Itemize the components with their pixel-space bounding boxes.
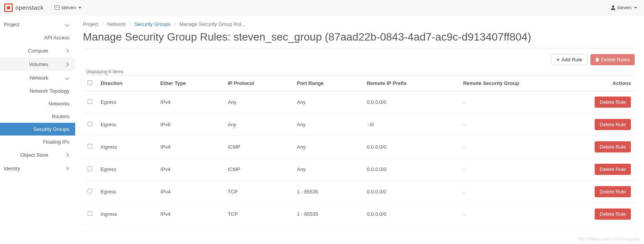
sidebar-item-api-access[interactable]: API Access	[0, 31, 75, 44]
sidebar-item-network-topology[interactable]: Network Topology	[0, 85, 75, 97]
cell-direction: Egress	[97, 91, 157, 114]
col-port-range[interactable]: Port Range	[293, 76, 363, 91]
sidebar-item-label: Routers	[52, 114, 69, 119]
page-title: Manage Security Group Rules: steven_sec_…	[83, 30, 635, 49]
cell-ip-protocol: ICMP	[224, 136, 293, 158]
item-count: Displaying 6 items	[86, 69, 635, 75]
cell-remote-ip: 0.0.0.0/0	[363, 158, 459, 181]
tenant-dropdown[interactable]: steven	[51, 3, 84, 12]
cell-ether-type: IPv4	[157, 203, 224, 225]
cell-remote-sg: -	[459, 181, 588, 203]
breadcrumb-item[interactable]: Project	[83, 21, 98, 27]
add-rule-button[interactable]: + Add Rule	[551, 54, 587, 65]
cell-remote-sg: -	[459, 136, 588, 158]
table-row: EgressIPv4TCP1 - 655350.0.0.0/0-Delete R…	[83, 181, 635, 203]
cell-direction: Ingress	[97, 136, 157, 158]
cell-remote-sg: -	[459, 158, 588, 181]
select-all-checkbox[interactable]	[88, 80, 92, 85]
breadcrumb-sep: /	[130, 21, 131, 27]
delete-rule-button[interactable]: Delete Rule	[595, 208, 631, 220]
row-checkbox[interactable]	[88, 166, 92, 171]
row-checkbox[interactable]	[88, 99, 92, 104]
cell-remote-ip: ::/0	[363, 114, 459, 136]
delete-rule-button[interactable]: Delete Rule	[595, 164, 631, 175]
cell-ether-type: IPv4	[157, 181, 224, 203]
sidebar-label: Project	[4, 22, 19, 27]
brand: openstack	[4, 3, 44, 12]
cell-port-range: Any	[293, 158, 363, 181]
user-label: steven	[617, 5, 632, 10]
table-header-row: Direction Ether Type IP Protocol Port Ra…	[83, 76, 635, 91]
sidebar-section-volumes[interactable]: Volumes	[0, 58, 75, 71]
breadcrumb-item[interactable]: Network	[107, 21, 126, 27]
breadcrumb: Project / Network / Security Groups / Ma…	[83, 21, 635, 27]
delete-rule-button[interactable]: Delete Rule	[595, 186, 631, 197]
table-row: IngressIPv4ICMPAny0.0.0.0/0-Delete Rule	[83, 136, 635, 158]
cell-ip-protocol: Any	[224, 114, 293, 136]
cell-remote-sg: -	[459, 91, 588, 114]
sidebar-item-floating-ips[interactable]: Floating IPs	[0, 136, 75, 148]
domain-icon	[54, 5, 60, 10]
table-row: EgressIPv4ICMPAny0.0.0.0/0-Delete Rule	[83, 158, 635, 181]
chevron-right-icon	[65, 153, 69, 157]
chevron-down-icon	[65, 76, 69, 80]
row-checkbox[interactable]	[88, 211, 92, 216]
sidebar: Project API Access Compute Volumes Netwo…	[0, 15, 75, 225]
main-content: Project / Network / Security Groups / Ma…	[75, 15, 644, 225]
table-row: EgressIPv4AnyAny0.0.0.0/0-Delete Rule	[83, 91, 635, 114]
caret-down-icon	[634, 7, 637, 8]
row-checkbox[interactable]	[88, 144, 92, 149]
cell-port-range: Any	[293, 114, 363, 136]
cell-ether-type: IPv4	[157, 91, 224, 114]
row-checkbox[interactable]	[88, 122, 92, 126]
col-actions: Actions	[588, 76, 635, 91]
sidebar-item-label: Networks	[49, 101, 69, 107]
topbar: openstack steven steven	[0, 0, 644, 15]
delete-rule-button[interactable]: Delete Rule	[595, 97, 631, 108]
layout: Project API Access Compute Volumes Netwo…	[0, 15, 644, 225]
sidebar-section-project[interactable]: Project	[0, 18, 75, 31]
cell-port-range: Any	[293, 136, 363, 158]
sidebar-item-label: Network Topology	[30, 88, 69, 94]
table-row: IngressIPv4TCP1 - 655350.0.0.0/0-Delete …	[83, 203, 635, 225]
chevron-down-icon	[65, 23, 69, 27]
sidebar-label: Network	[30, 75, 48, 81]
sidebar-label: Compute	[28, 48, 48, 54]
breadcrumb-item[interactable]: Security Groups	[135, 21, 170, 27]
user-icon	[611, 5, 615, 10]
chevron-right-icon	[65, 49, 69, 53]
sidebar-item-networks[interactable]: Networks	[0, 97, 75, 110]
sidebar-section-compute[interactable]: Compute	[0, 44, 75, 58]
cell-ether-type: IPv6	[157, 114, 224, 136]
delete-rules-button[interactable]: Delete Rules	[590, 54, 635, 65]
button-label: Delete Rules	[601, 57, 630, 63]
row-checkbox[interactable]	[88, 189, 92, 193]
button-label: Add Rule	[561, 57, 582, 63]
table-row: EgressIPv6AnyAny::/0-Delete Rule	[83, 114, 635, 136]
chevron-right-icon	[65, 167, 69, 171]
col-remote-sg[interactable]: Remote Security Group	[459, 76, 588, 91]
cell-remote-ip: 0.0.0.0/0	[363, 181, 459, 203]
delete-rule-button[interactable]: Delete Rule	[595, 119, 631, 130]
cell-ether-type: IPv4	[157, 136, 224, 158]
sidebar-section-network[interactable]: Network	[0, 71, 75, 85]
sidebar-item-routers[interactable]: Routers	[0, 110, 75, 123]
rules-table: Direction Ether Type IP Protocol Port Ra…	[83, 75, 635, 225]
openstack-logo-icon	[4, 3, 13, 12]
cell-remote-ip: 0.0.0.0/0	[363, 136, 459, 158]
delete-rule-button[interactable]: Delete Rule	[595, 141, 631, 152]
sidebar-section-object-store[interactable]: Object Store	[0, 148, 75, 162]
toolbar: + Add Rule Delete Rules	[83, 54, 635, 65]
sidebar-item-security-groups[interactable]: Security Groups	[0, 123, 75, 136]
col-ip-protocol[interactable]: IP Protocol	[224, 76, 293, 91]
sidebar-section-identity[interactable]: Identity	[0, 162, 75, 175]
cell-direction: Egress	[97, 181, 157, 203]
breadcrumb-current: Manage Security Group Rul...	[179, 21, 245, 27]
sidebar-item-label: Security Groups	[34, 126, 69, 132]
col-ether-type[interactable]: Ether Type	[157, 76, 224, 91]
user-dropdown[interactable]: steven	[608, 3, 640, 12]
cell-remote-sg: -	[459, 114, 588, 136]
col-remote-ip[interactable]: Remote IP Prefix	[363, 76, 459, 91]
col-direction[interactable]: Direction	[97, 76, 157, 91]
caret-down-icon	[78, 7, 81, 8]
